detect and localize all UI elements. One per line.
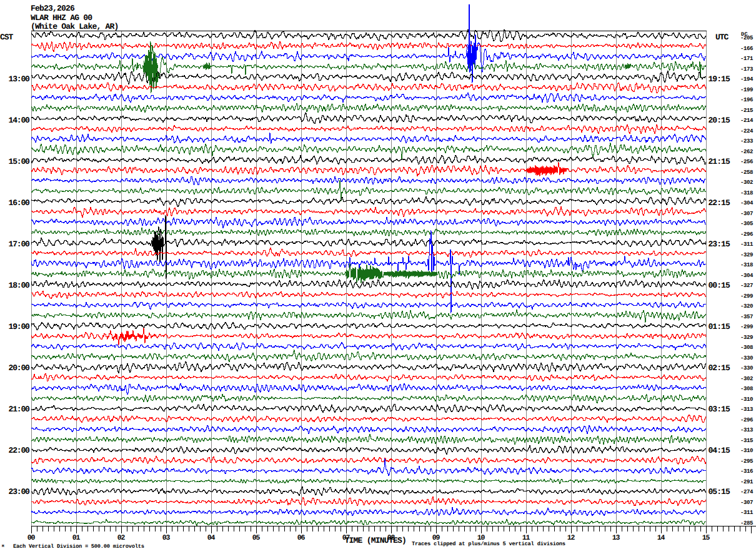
svg-text:-327: -327 xyxy=(740,283,753,289)
svg-text:23:00: 23:00 xyxy=(9,487,31,496)
svg-text:13: 13 xyxy=(612,534,620,542)
svg-text:15:00: 15:00 xyxy=(9,157,31,166)
svg-text:02:15: 02:15 xyxy=(709,363,730,373)
svg-text:01:15: 01:15 xyxy=(709,322,730,331)
svg-text:-313: -313 xyxy=(740,427,753,433)
svg-text:-313: -313 xyxy=(740,406,753,413)
svg-text:22:00: 22:00 xyxy=(9,446,31,455)
svg-text:-224: -224 xyxy=(740,128,754,134)
svg-text:21:15: 21:15 xyxy=(709,157,730,166)
svg-text:-311: -311 xyxy=(740,241,754,248)
svg-text:04: 04 xyxy=(207,534,216,542)
svg-text:-173: -173 xyxy=(740,66,753,73)
svg-text:20:15: 20:15 xyxy=(709,116,730,125)
svg-text:-318: -318 xyxy=(740,262,753,268)
svg-text:-305: -305 xyxy=(740,221,753,227)
svg-text:06: 06 xyxy=(297,534,306,542)
svg-text:-308: -308 xyxy=(740,345,753,351)
svg-text:-307: -307 xyxy=(740,211,753,217)
svg-text:13:00: 13:00 xyxy=(9,74,31,84)
svg-text:-318: -318 xyxy=(740,190,753,196)
svg-text:05: 05 xyxy=(252,534,261,542)
svg-text:-307: -307 xyxy=(740,500,753,506)
svg-text:-274: -274 xyxy=(740,489,754,495)
svg-text:-310: -310 xyxy=(740,396,753,403)
svg-text:20:00: 20:00 xyxy=(9,363,31,373)
svg-text:-233: -233 xyxy=(740,138,753,144)
svg-text:-330: -330 xyxy=(740,355,753,361)
svg-text:-304: -304 xyxy=(740,273,754,279)
svg-text:04:15: 04:15 xyxy=(709,446,730,455)
svg-text:-194: -194 xyxy=(740,76,754,83)
svg-text:M: M xyxy=(2,544,4,548)
svg-text:17:00: 17:00 xyxy=(9,239,31,249)
svg-text:TIME (MINUTES): TIME (MINUTES) xyxy=(345,536,407,545)
svg-text:Traces clipped at plus/minus 5: Traces clipped at plus/minus 5 vertical … xyxy=(412,541,565,547)
svg-text:18:00: 18:00 xyxy=(9,281,31,290)
svg-text:Each Vertical Division = 500.: Each Vertical Division = 500.00 microvol… xyxy=(13,543,144,550)
svg-text:00:15: 00:15 xyxy=(709,281,730,290)
svg-text:-258: -258 xyxy=(740,169,753,176)
svg-text:-329: -329 xyxy=(740,252,753,258)
svg-text:19:15: 19:15 xyxy=(709,74,730,84)
svg-text:-214: -214 xyxy=(740,118,754,124)
svg-text:19:00: 19:00 xyxy=(9,322,31,331)
svg-text:-299: -299 xyxy=(740,293,753,300)
svg-text:02: 02 xyxy=(117,534,126,542)
svg-text:-304: -304 xyxy=(740,200,754,206)
svg-text:-256: -256 xyxy=(740,159,753,165)
svg-text:03: 03 xyxy=(162,534,171,542)
svg-text:14:00: 14:00 xyxy=(9,116,31,125)
svg-text:01: 01 xyxy=(72,534,81,542)
svg-text:-199: -199 xyxy=(740,87,753,93)
svg-text:23:15: 23:15 xyxy=(709,239,730,249)
svg-text:14: 14 xyxy=(657,534,665,542)
svg-text:00: 00 xyxy=(27,534,36,542)
svg-text:-357: -357 xyxy=(740,314,753,320)
svg-text:-262: -262 xyxy=(740,149,753,155)
svg-text:-302: -302 xyxy=(740,179,753,186)
svg-text:Feb23,2026: Feb23,2026 xyxy=(31,4,75,13)
svg-text:-320: -320 xyxy=(740,303,753,310)
svg-text:15: 15 xyxy=(702,534,710,542)
svg-text:-285: -285 xyxy=(740,520,753,526)
svg-text:-215: -215 xyxy=(740,108,753,114)
svg-text:-196: -196 xyxy=(740,97,753,103)
svg-text:-296: -296 xyxy=(740,417,753,423)
svg-text:-315: -315 xyxy=(740,438,753,444)
svg-text:(White Oak Lake, AR): (White Oak Lake, AR) xyxy=(31,22,119,31)
svg-text:-296: -296 xyxy=(740,231,753,238)
svg-text:-308: -308 xyxy=(740,386,753,392)
svg-text:-166: -166 xyxy=(740,46,753,52)
svg-text:UTC: UTC xyxy=(715,33,729,42)
svg-text:-311: -311 xyxy=(740,510,754,516)
svg-text:22:15: 22:15 xyxy=(709,198,730,208)
svg-text:-291: -291 xyxy=(740,479,754,485)
svg-text:-295: -295 xyxy=(740,458,753,465)
svg-text:-171: -171 xyxy=(740,56,754,62)
svg-text:-310: -310 xyxy=(740,448,753,454)
svg-text:-299: -299 xyxy=(740,324,753,330)
svg-text:16:00: 16:00 xyxy=(9,198,31,208)
svg-text:-205: -205 xyxy=(740,35,753,41)
svg-text:-302: -302 xyxy=(740,376,753,382)
svg-text:WLAR HHZ AG 00: WLAR HHZ AG 00 xyxy=(31,13,92,23)
svg-text:21:00: 21:00 xyxy=(9,405,31,414)
svg-text:-330: -330 xyxy=(740,365,753,371)
svg-text:CST: CST xyxy=(0,33,13,42)
svg-text:05:15: 05:15 xyxy=(709,487,730,496)
svg-text:-316: -316 xyxy=(740,468,753,475)
svg-text:12: 12 xyxy=(567,534,575,542)
svg-text:03:15: 03:15 xyxy=(709,405,730,414)
svg-text:-329: -329 xyxy=(740,335,753,341)
